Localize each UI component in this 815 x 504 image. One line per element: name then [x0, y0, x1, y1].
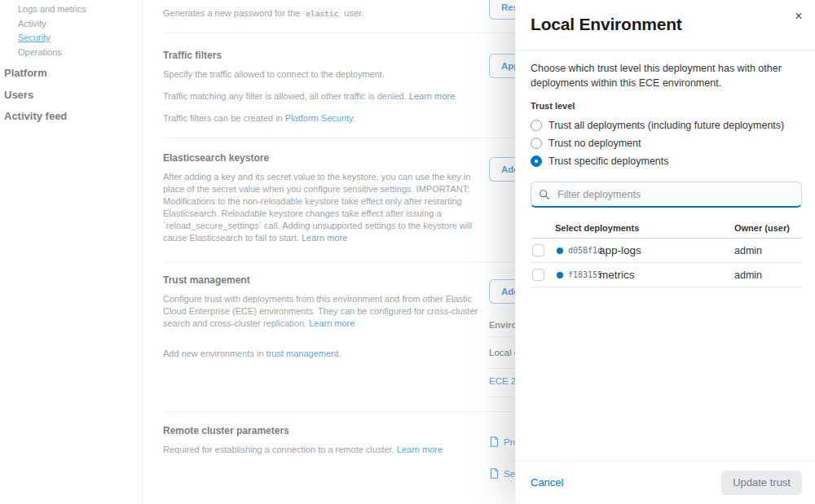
- flyout-title: Local Environment: [531, 15, 800, 34]
- flyout-body: Choose which trust level this deployment…: [516, 50, 815, 460]
- update-trust-button[interactable]: Update trust: [721, 471, 802, 495]
- row-checkbox[interactable]: [532, 269, 544, 281]
- page: Logs and metrics Activity Security Opera…: [0, 0, 815, 504]
- radio-circle-icon: [531, 156, 542, 167]
- deployments-table-header: Select deployments Owner (user): [531, 219, 802, 239]
- table-row: d058f1d app-logs admin: [531, 239, 802, 263]
- filter-deployments-input[interactable]: [531, 182, 802, 208]
- deployment-name: app-logs: [599, 244, 641, 256]
- radio-trust-all-deployments[interactable]: Trust all deployments (including future …: [531, 118, 802, 133]
- health-dot-icon: [557, 272, 563, 278]
- trust-level-intro: Choose which trust level this deployment…: [531, 61, 802, 90]
- radio-trust-no-deployment[interactable]: Trust no deployment: [531, 136, 802, 151]
- deployment-id: f183155: [568, 270, 602, 279]
- deployment-owner: admin: [734, 245, 762, 256]
- cancel-button[interactable]: Cancel: [531, 476, 563, 489]
- flyout-footer: Cancel Update trust: [516, 460, 815, 504]
- select-deployments-header: Select deployments: [555, 223, 639, 233]
- filter-deployments-field: [531, 182, 802, 208]
- radio-trust-specific-deployments[interactable]: Trust specific deployments: [531, 154, 802, 169]
- deployment-owner: admin: [734, 270, 762, 281]
- close-icon[interactable]: ×: [789, 7, 808, 26]
- deployment-name: metrics: [599, 269, 635, 281]
- trust-level-label: Trust level: [531, 101, 802, 111]
- flyout-header: Local Environment ×: [516, 0, 815, 50]
- row-checkbox[interactable]: [532, 244, 544, 256]
- health-dot-icon: [557, 248, 563, 254]
- deployment-id: d058f1d: [568, 246, 602, 255]
- deployments-table: Select deployments Owner (user) d058f1d …: [531, 219, 802, 287]
- search-icon: [539, 189, 550, 200]
- local-environment-flyout: Local Environment × Choose which trust l…: [515, 0, 815, 504]
- owner-user-header: Owner (user): [734, 223, 790, 233]
- table-row: f183155 metrics admin: [531, 263, 802, 287]
- radio-circle-icon: [531, 120, 542, 131]
- radio-circle-icon: [531, 138, 542, 149]
